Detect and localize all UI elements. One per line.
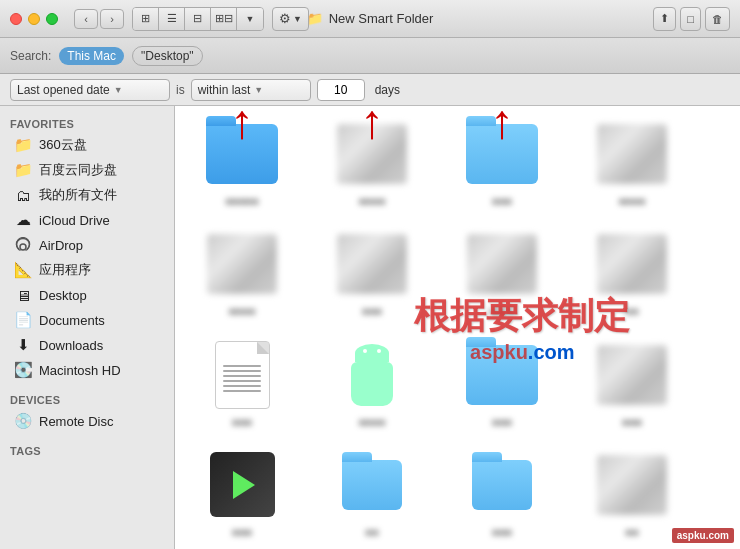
file-item-folder5[interactable]: ●●● bbox=[447, 449, 557, 539]
sidebar-label-airdrop: AirDrop bbox=[39, 238, 83, 253]
android-head bbox=[355, 344, 389, 362]
blurred7-name: ●●● bbox=[622, 415, 642, 429]
view-list-btn[interactable]: ☰ bbox=[159, 8, 185, 30]
sidebar-label-360drive: 360云盘 bbox=[39, 136, 87, 154]
action-chevron: ▼ bbox=[293, 14, 302, 24]
file-item-blurred3[interactable]: ●●●● bbox=[187, 228, 297, 318]
search-label: Search: bbox=[10, 49, 51, 63]
blurred1-name: ●●●● bbox=[359, 194, 386, 208]
sidebar-item-downloads[interactable]: ⬇ Downloads bbox=[4, 333, 170, 357]
blurred6-name: ●● bbox=[625, 304, 638, 318]
file-item-blurred8[interactable]: ●● bbox=[577, 449, 687, 539]
folder5-icon-wrapper bbox=[462, 449, 542, 521]
android-figure bbox=[351, 344, 393, 406]
delete-button[interactable]: 🗑 bbox=[705, 7, 730, 31]
file-item-blurred7[interactable]: ●●● bbox=[577, 339, 687, 429]
svg-point-0 bbox=[20, 244, 26, 250]
action-button[interactable]: ⚙ ▼ bbox=[272, 7, 309, 31]
cloud-icon: ☁ bbox=[14, 211, 32, 229]
view-dropdown-btn[interactable]: ▼ bbox=[237, 8, 263, 30]
file-item-folder1[interactable]: ↑ ●●●●● bbox=[187, 118, 297, 208]
file-item-blurred1[interactable]: ↑ ●●●● bbox=[317, 118, 427, 208]
file-item-folder4[interactable]: ●● bbox=[317, 449, 427, 539]
blurred3-icon bbox=[202, 228, 282, 300]
folder-icon-title: 📁 bbox=[307, 11, 323, 26]
red-arrow-3: ↑ bbox=[490, 106, 514, 146]
file-item-folder2[interactable]: ↑ ●●● bbox=[447, 118, 557, 208]
folder3-shape bbox=[466, 345, 538, 405]
file-item-android[interactable]: ●●●● bbox=[317, 339, 427, 429]
forward-button[interactable]: › bbox=[100, 9, 124, 29]
blurred8-placeholder bbox=[597, 455, 667, 515]
traffic-lights bbox=[10, 13, 58, 25]
blurred8-name: ●● bbox=[625, 525, 638, 539]
sidebar-item-allfiles[interactable]: 🗂 我的所有文件 bbox=[4, 183, 170, 207]
sidebar-label-macintosh: Macintosh HD bbox=[39, 363, 121, 378]
minimize-button[interactable] bbox=[28, 13, 40, 25]
allfiles-icon: 🗂 bbox=[14, 186, 32, 204]
close-button[interactable] bbox=[10, 13, 22, 25]
android-name: ●●●● bbox=[359, 415, 386, 429]
blurred2-name: ●●●● bbox=[619, 194, 646, 208]
desktop-scope-btn[interactable]: "Desktop" bbox=[132, 46, 203, 66]
back-button[interactable]: ‹ bbox=[74, 9, 98, 29]
view-icon-btn[interactable]: ⊞ bbox=[133, 8, 159, 30]
folder-icon-baidu: 📁 bbox=[14, 161, 32, 179]
nav-buttons: ‹ › bbox=[74, 9, 124, 29]
blurred2-placeholder bbox=[597, 124, 667, 184]
criteria-chevron: ▼ bbox=[114, 85, 123, 95]
gear-icon: ⚙ bbox=[279, 11, 291, 26]
sidebar-item-apps[interactable]: 📐 应用程序 bbox=[4, 258, 170, 282]
main-content: Favorites 📁 360云盘 📁 百度云同步盘 🗂 我的所有文件 ☁ iC… bbox=[0, 106, 740, 549]
file-item-folder3[interactable]: ●●● bbox=[447, 339, 557, 429]
sidebar-label-documents: Documents bbox=[39, 313, 105, 328]
blurred5-name: ●●●● bbox=[489, 304, 516, 318]
right-toolbar: ⬆ □ 🗑 bbox=[653, 7, 730, 31]
view-cover-btn[interactable]: ⊞⊟ bbox=[211, 8, 237, 30]
android-icon-wrapper bbox=[332, 339, 412, 411]
blurred5-placeholder bbox=[467, 234, 537, 294]
view-columns-btn[interactable]: ⊟ bbox=[185, 8, 211, 30]
file-item-blurred6[interactable]: ●● bbox=[577, 228, 687, 318]
file-item-doc[interactable]: ●●● bbox=[187, 339, 297, 429]
apps-icon: 📐 bbox=[14, 261, 32, 279]
documents-icon: 📄 bbox=[14, 311, 32, 329]
value-input[interactable] bbox=[317, 79, 365, 101]
video-icon bbox=[210, 452, 275, 517]
file-item-video[interactable]: ●●● bbox=[187, 449, 297, 539]
file-item-blurred5[interactable]: ●●●● bbox=[447, 228, 557, 318]
sidebar-item-icloud[interactable]: ☁ iCloud Drive bbox=[4, 208, 170, 232]
android-body bbox=[351, 362, 393, 406]
desktop-icon: 🖥 bbox=[14, 286, 32, 304]
upload-button[interactable]: ⬆ bbox=[653, 7, 676, 31]
range-chevron: ▼ bbox=[254, 85, 263, 95]
blurred3-name: ●●●● bbox=[229, 304, 256, 318]
title-text: New Smart Folder bbox=[329, 11, 434, 26]
this-mac-btn[interactable]: This Mac bbox=[59, 47, 124, 65]
share-button[interactable]: □ bbox=[680, 7, 701, 31]
sidebar-label-baidu: 百度云同步盘 bbox=[39, 161, 117, 179]
range-select[interactable]: within last ▼ bbox=[191, 79, 311, 101]
sidebar-item-360drive[interactable]: 📁 360云盘 bbox=[4, 133, 170, 157]
sidebar-item-baidu[interactable]: 📁 百度云同步盘 bbox=[4, 158, 170, 182]
blurred5-icon bbox=[462, 228, 542, 300]
filter-bar: Last opened date ▼ is within last ▼ days bbox=[0, 74, 740, 106]
sidebar-item-documents[interactable]: 📄 Documents bbox=[4, 308, 170, 332]
file-item-blurred2[interactable]: ●●●● bbox=[577, 118, 687, 208]
video-name: ●●● bbox=[232, 525, 252, 539]
criteria-label: Last opened date bbox=[17, 83, 110, 97]
file-item-blurred4[interactable]: ●●● bbox=[317, 228, 427, 318]
favorites-header: Favorites bbox=[0, 114, 174, 132]
sidebar-item-desktop[interactable]: 🖥 Desktop bbox=[4, 283, 170, 307]
criteria-select[interactable]: Last opened date ▼ bbox=[10, 79, 170, 101]
maximize-button[interactable] bbox=[46, 13, 58, 25]
sidebar-item-macintosh[interactable]: 💽 Macintosh HD bbox=[4, 358, 170, 382]
devices-header: Devices bbox=[0, 390, 174, 408]
blurred7-icon bbox=[592, 339, 672, 411]
sidebar-item-airdrop[interactable]: AirDrop bbox=[4, 233, 170, 257]
sidebar-item-remotedisc[interactable]: 💿 Remote Disc bbox=[4, 409, 170, 433]
sidebar-label-allfiles: 我的所有文件 bbox=[39, 186, 117, 204]
share-icon: □ bbox=[687, 13, 694, 25]
disc-icon: 💿 bbox=[14, 412, 32, 430]
red-arrow-1: ↑ bbox=[230, 106, 254, 146]
